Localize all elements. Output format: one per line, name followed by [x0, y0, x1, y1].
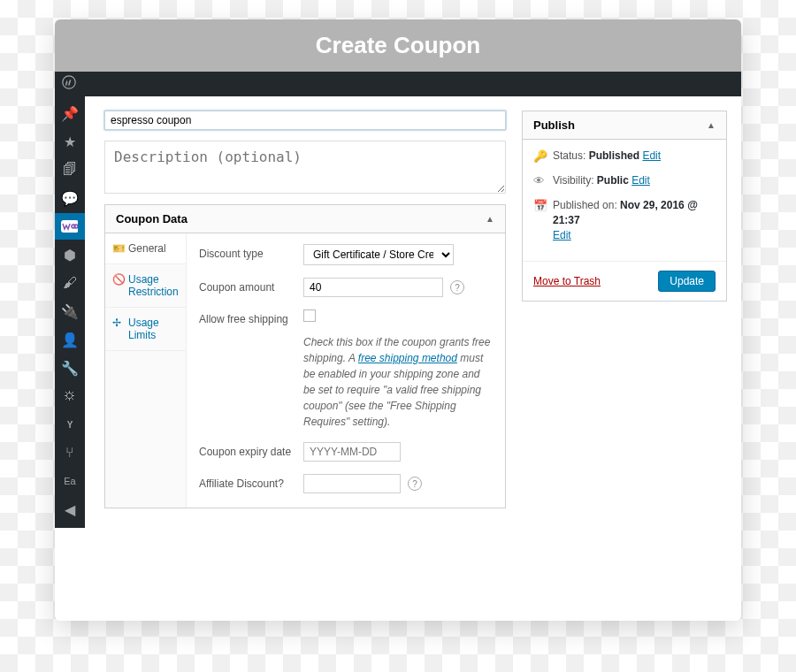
coupon-amount-label: Coupon amount	[199, 278, 303, 294]
calendar-icon: 📅	[533, 198, 546, 214]
published-label: Published on:	[553, 199, 617, 211]
affiliate-input[interactable]	[303, 474, 401, 493]
admin-sidemenu: 📌 ★ 🗐 💬 ⬢ 🖌 🔌 👤 🔧 ⛭ Y ⑂ Ea ◀	[55, 96, 85, 528]
publish-column: Publish ▲ 🔑 Status: Published Edit	[522, 111, 727, 514]
wordpress-logo-icon[interactable]	[62, 75, 76, 93]
row-affiliate: Affiliate Discount? ?	[199, 474, 493, 493]
key-icon: 🔑	[533, 149, 546, 164]
menu-item-pages[interactable]: 🗐	[55, 157, 85, 183]
status-value: Published	[589, 149, 639, 162]
update-button[interactable]: Update	[658, 271, 716, 292]
coupon-tabs: 🎫 General 🚫 Usage Restriction ✢ Usage Li	[105, 233, 187, 508]
visibility-row: 👁 Visibility: Public Edit	[533, 173, 716, 189]
coupon-data-heading: Coupon Data ▲	[105, 205, 505, 233]
menu-item-comments[interactable]: 💬	[55, 185, 85, 211]
tab-usage-restriction-label: Usage Restriction	[128, 273, 179, 298]
menu-item-seo[interactable]: Y	[55, 411, 85, 438]
admin-body: 📌 ★ 🗐 💬 ⬢ 🖌 🔌 👤 🔧 ⛭ Y ⑂ Ea ◀	[55, 96, 741, 528]
free-shipping-label: Allow free shipping	[199, 309, 303, 325]
coupon-amount-input[interactable]	[303, 278, 443, 297]
free-shipping-description: Check this box if the coupon grants free…	[303, 334, 493, 430]
expiry-label: Coupon expiry date	[199, 442, 303, 458]
expiry-input[interactable]	[303, 442, 401, 462]
status-row: 🔑 Status: Published Edit	[533, 149, 716, 164]
discount-type-select[interactable]: Gift Certificate / Store Credit	[303, 244, 454, 265]
edit-published-link[interactable]: Edit	[553, 229, 571, 241]
row-coupon-amount: Coupon amount ?	[199, 278, 493, 297]
ticket-icon: 🎫	[112, 242, 123, 255]
tab-usage-limits[interactable]: ✢ Usage Limits	[105, 308, 186, 351]
tab-usage-restriction[interactable]: 🚫 Usage Restriction	[105, 264, 186, 308]
coupon-data-panel: Coupon Data ▲ 🎫 General 🚫	[104, 204, 506, 508]
menu-item-collapse[interactable]: ◀	[55, 496, 85, 523]
tab-usage-limits-label: Usage Limits	[128, 317, 179, 341]
edit-visibility-link[interactable]: Edit	[631, 174, 650, 187]
coupon-description-input[interactable]	[104, 141, 506, 194]
limits-icon: ✢	[112, 317, 123, 329]
menu-item-ea[interactable]: Ea	[55, 468, 85, 494]
free-shipping-checkbox[interactable]	[303, 309, 316, 322]
menu-item-plugins[interactable]: 🔌	[55, 298, 85, 325]
edit-status-link[interactable]: Edit	[642, 149, 661, 162]
panel-toggle-icon[interactable]: ▲	[707, 120, 716, 130]
visibility-value: Public	[597, 174, 629, 187]
admin-toolbar	[55, 72, 741, 96]
publish-heading-row: Publish ▲	[523, 111, 726, 140]
menu-item-woocommerce[interactable]	[55, 213, 85, 240]
window-title: Create Coupon	[55, 19, 741, 72]
row-discount-type: Discount type Gift Certificate / Store C…	[199, 244, 493, 265]
tab-general[interactable]: 🎫 General	[105, 233, 186, 264]
publish-footer: Move to Trash Update	[523, 261, 726, 301]
tab-general-label: General	[128, 242, 166, 255]
block-icon: 🚫	[112, 273, 123, 286]
row-expiry: Coupon expiry date	[199, 442, 493, 462]
main-content: Coupon Data ▲ 🎫 General 🚫	[85, 96, 741, 528]
coupon-fields: Discount type Gift Certificate / Store C…	[187, 233, 505, 508]
menu-item-share[interactable]: ⑂	[55, 439, 85, 466]
help-icon[interactable]: ?	[450, 280, 464, 294]
published-row: 📅 Published on: Nov 29, 2016 @ 21:37 Edi…	[533, 198, 716, 242]
publish-body: 🔑 Status: Published Edit 👁 V	[523, 140, 726, 261]
publish-heading: Publish	[533, 118, 575, 132]
menu-item-pin[interactable]: 📌	[55, 100, 85, 126]
row-free-shipping: Allow free shipping Check this box if th…	[199, 309, 493, 430]
admin-shell: 📌 ★ 🗐 💬 ⬢ 🖌 🔌 👤 🔧 ⛭ Y ⑂ Ea ◀	[55, 72, 741, 528]
affiliate-label: Affiliate Discount?	[199, 474, 303, 490]
coupon-title-input[interactable]	[104, 111, 506, 130]
discount-type-label: Discount type	[199, 244, 303, 260]
editor-column: Coupon Data ▲ 🎫 General 🚫	[104, 111, 506, 514]
free-shipping-method-link[interactable]: free shipping method	[358, 352, 457, 364]
menu-item-appearance[interactable]: 🖌	[55, 270, 85, 296]
coupon-data-body: 🎫 General 🚫 Usage Restriction ✢ Usage Li	[105, 233, 505, 508]
coupon-data-title: Coupon Data	[116, 212, 188, 225]
menu-item-tools[interactable]: 🔧	[55, 355, 85, 381]
visibility-label: Visibility:	[553, 174, 593, 187]
menu-item-star[interactable]: ★	[55, 128, 85, 155]
panel-toggle-icon[interactable]: ▲	[486, 214, 494, 224]
help-icon[interactable]: ?	[408, 477, 422, 491]
move-to-trash-link[interactable]: Move to Trash	[533, 275, 601, 287]
publish-panel: Publish ▲ 🔑 Status: Published Edit	[522, 111, 727, 302]
window: Create Coupon 📌 ★ 🗐 💬 ⬢ 🖌 🔌 👤 🔧 ⛭	[55, 19, 741, 621]
menu-item-users[interactable]: 👤	[55, 326, 85, 353]
menu-item-products[interactable]: ⬢	[55, 241, 85, 268]
status-label: Status:	[553, 149, 586, 162]
menu-item-settings[interactable]: ⛭	[55, 383, 85, 409]
eye-icon: 👁	[533, 173, 546, 189]
